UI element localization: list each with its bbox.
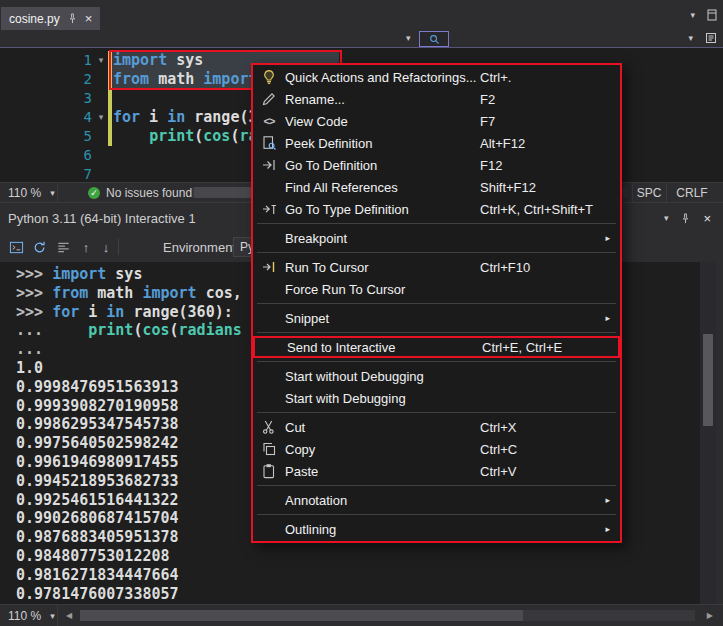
repl-token: 0.9993908270190958	[16, 397, 179, 415]
menu-item-rename[interactable]: Rename...F2	[253, 88, 620, 110]
menu-item-find-all-references[interactable]: Find All ReferencesShift+F12	[253, 176, 620, 198]
menu-item-breakpoint[interactable]: Breakpoint▸	[253, 227, 620, 249]
line-ending-indicator[interactable]: CRLF	[666, 183, 717, 202]
scroll-right-icon[interactable]: ▶	[707, 611, 713, 620]
repl-token: >>>	[16, 265, 52, 283]
menu-item-copy[interactable]: CopyCtrl+C	[253, 438, 620, 460]
caret-down-icon[interactable]: ▾	[664, 213, 669, 223]
menu-item-cut[interactable]: CutCtrl+X	[253, 416, 620, 438]
history-next-icon[interactable]: ↓	[98, 239, 114, 255]
caret-down-icon[interactable]: ▾	[406, 33, 411, 43]
context-menu: Quick Actions and Refactorings...Ctrl+.R…	[251, 63, 622, 543]
repl-token: 0.9986295347545738	[16, 415, 179, 433]
menu-item-send-to-interactive[interactable]: Send to InteractiveCtrl+E, Ctrl+E	[253, 336, 620, 358]
lightbulb-icon	[253, 69, 285, 85]
scrollbar-thumb[interactable]	[703, 334, 713, 426]
repl-token: >>>	[16, 303, 52, 321]
repl-token: in	[106, 303, 124, 321]
repl-line: 0.984807753012208	[16, 547, 700, 566]
scroll-left-icon[interactable]: ◀	[66, 611, 72, 620]
code-token: for	[113, 108, 140, 126]
menu-item-label: Quick Actions and Refactorings...	[285, 70, 480, 85]
menu-item-start-with-debugging[interactable]: Start with Debugging	[253, 387, 620, 409]
clear-all-icon[interactable]	[55, 239, 71, 255]
menu-item-start-without-debugging[interactable]: Start without Debugging	[253, 365, 620, 387]
tab-cosine-py[interactable]: cosine.py ×	[1, 7, 100, 30]
menu-item-annotation[interactable]: Annotation▸	[253, 489, 620, 511]
zoom-selector[interactable]: 110 % ▾	[0, 605, 58, 626]
history-previous-icon[interactable]: ↑	[78, 239, 94, 255]
menu-separator	[257, 514, 616, 515]
repl-token: ...	[16, 340, 43, 358]
repl-token: 0.9975640502598242	[16, 434, 179, 452]
code-token: in	[167, 108, 185, 126]
pin-icon[interactable]	[67, 13, 78, 24]
menu-item-label: View Code	[285, 114, 480, 129]
spc-label: SPC	[637, 186, 662, 200]
tab-title: cosine.py	[9, 12, 60, 26]
document-outline-icon[interactable]	[705, 32, 717, 44]
code-token: i	[140, 108, 167, 126]
panel-options-icon[interactable]	[707, 9, 717, 21]
menu-item-shortcut: Ctrl+C	[480, 442, 602, 457]
issues-label: No issues found	[106, 186, 192, 200]
repl-token: print	[88, 321, 133, 339]
repl-token: cos,	[197, 284, 242, 302]
menu-item-go-to-definition[interactable]: Go To DefinitionF12	[253, 154, 620, 176]
zoom-selector[interactable]: 110 % ▾	[0, 183, 58, 202]
interactive-window-icon[interactable]	[8, 239, 24, 255]
menu-separator	[257, 223, 616, 224]
menu-separator	[257, 303, 616, 304]
menu-item-snippet[interactable]: Snippet▸	[253, 307, 620, 329]
menu-item-quick-actions-and-refactorings[interactable]: Quick Actions and Refactorings...Ctrl+.	[253, 66, 620, 88]
code-token	[113, 127, 149, 145]
search-box[interactable]	[419, 31, 449, 47]
repl-horizontal-scrollbar[interactable]	[80, 610, 695, 621]
repl-token: 0.9781476007338057	[16, 585, 179, 603]
menu-item-force-run-to-cursor[interactable]: Force Run To Cursor	[253, 278, 620, 300]
submenu-arrow-icon: ▸	[602, 233, 610, 243]
line-number: 6	[0, 146, 92, 165]
repl-line: 0.9781476007338057	[16, 585, 700, 604]
menu-item-label: Snippet	[285, 311, 480, 326]
menu-item-view-code[interactable]: <>View CodeF7	[253, 110, 620, 132]
caret-down-icon: ▾	[50, 611, 55, 621]
menu-item-label: Outlining	[285, 522, 480, 537]
menu-item-peek-definition[interactable]: Peek DefinitionAlt+F12	[253, 132, 620, 154]
cut-icon	[253, 419, 285, 435]
fold-cell	[94, 89, 108, 108]
environment-label: Environment:	[163, 240, 240, 255]
issues-status: ✓ No issues found	[88, 183, 192, 202]
menu-item-shortcut: Ctrl+K, Ctrl+Shift+T	[480, 202, 602, 217]
fold-chevron-icon[interactable]: ▾	[94, 108, 108, 127]
menu-item-shortcut: Ctrl+F10	[480, 260, 602, 275]
repl-vertical-scrollbar[interactable]	[700, 262, 716, 604]
pin-icon[interactable]	[680, 213, 691, 224]
menu-item-shortcut: F7	[480, 114, 602, 129]
whitespace-indicator[interactable]: SPC	[632, 183, 665, 202]
fold-chevron-icon[interactable]: ▾	[94, 51, 108, 70]
menu-item-label: Force Run To Cursor	[285, 282, 480, 297]
menu-item-shortcut: Alt+F12	[480, 136, 602, 151]
menu-item-run-to-cursor[interactable]: Run To CursorCtrl+F10	[253, 256, 620, 278]
repl-token: 0.9945218953682733	[16, 472, 179, 490]
caret-down-icon[interactable]: ▾	[690, 10, 695, 20]
menu-item-outlining[interactable]: Outlining▸	[253, 518, 620, 540]
reset-icon[interactable]	[31, 239, 47, 255]
scrollbar-thumb[interactable]	[80, 610, 523, 621]
repl-token: 1.0	[16, 359, 43, 377]
caret-down-icon[interactable]: ▾	[688, 33, 693, 43]
close-icon[interactable]: ×	[85, 12, 93, 25]
close-icon[interactable]: ×	[703, 212, 711, 225]
menu-item-label: Find All References	[285, 180, 480, 195]
fold-cell	[94, 70, 108, 89]
menu-item-go-to-type-definition[interactable]: Go To Type DefinitionCtrl+K, Ctrl+Shift+…	[253, 198, 620, 220]
repl-token: import	[142, 284, 196, 302]
menu-separator	[257, 361, 616, 362]
menu-item-paste[interactable]: PasteCtrl+V	[253, 460, 620, 482]
editor-navigation-bar: ▾ ▾	[0, 30, 723, 48]
menu-item-shortcut: Shift+F12	[480, 180, 602, 195]
repl-token: 0.984807753012208	[16, 547, 170, 565]
repl-token: 0.9998476951563913	[16, 378, 179, 396]
submenu-arrow-icon: ▸	[602, 495, 610, 505]
